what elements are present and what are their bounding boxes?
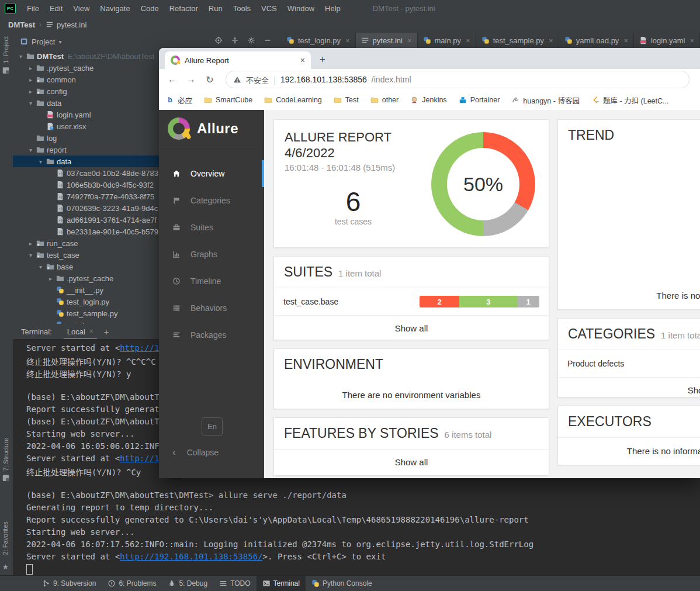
nav-item-graphs[interactable]: Graphs [159,241,264,268]
breadcrumb-file[interactable]: pytest.ini [57,20,86,29]
chevron-icon[interactable]: ▾ [36,264,45,270]
menu-item-file[interactable]: File [22,4,44,13]
close-icon[interactable]: × [549,36,553,45]
status-item-6-problems[interactable]: 6: Problems [102,576,162,591]
chevron-icon[interactable]: ▸ [26,77,35,83]
chevron-icon[interactable]: ▾ [26,252,35,258]
bookmark-[interactable]: b必应 [166,95,192,106]
tree-item-data[interactable]: ▾data [13,155,159,167]
nav-item-overview[interactable]: Overview [159,160,264,187]
status-item-terminal[interactable]: Terminal [257,576,306,591]
chevron-icon[interactable]: ▸ [46,275,55,282]
tree-item-report[interactable]: ▾report [13,144,159,155]
tree-item-ad661991-3761-4714-ae7f[interactable]: ad661991-3761-4714-ae7f [13,214,159,226]
new-tab-button[interactable]: + [314,51,331,68]
menu-item-help[interactable]: Help [320,4,346,13]
nav-item-suites[interactable]: Suites [159,214,264,241]
bookmark-portainer[interactable]: Portainer [459,96,500,104]
terminal-tab-local[interactable]: Local × [63,324,98,339]
chevron-icon[interactable]: ▾ [36,158,45,165]
nav-item-behaviors[interactable]: Behaviors [159,295,264,322]
editor-tab-test-sample-py[interactable]: test_sample.py× [476,33,559,48]
tree-item-0702639c-3223-41a9-9d4c[interactable]: 0702639c-3223-41a9-9d4c [13,202,159,214]
menu-item-navigate[interactable]: Navigate [95,4,135,13]
chevron-icon[interactable]: ▸ [26,65,35,71]
tree-item-user-xlsx[interactable]: ?user.xlsx [13,120,159,132]
tree-item-config[interactable]: ▸config [13,85,159,97]
tree-item-common[interactable]: ▸common [13,74,159,85]
toolwindow-project[interactable]: 1: Project [2,36,10,74]
status-item-9-subversion[interactable]: 9: Subversion [36,576,102,591]
nav-item-categories[interactable]: Categories [159,187,264,214]
nav-item-timeline[interactable]: Timeline [159,268,264,295]
breadcrumb-project[interactable]: DMTest [8,20,35,29]
editor-tab-login-yaml[interactable]: login.yaml× [634,33,700,48]
menu-item-vcs[interactable]: VCS [256,4,282,13]
close-icon[interactable]: × [407,36,412,45]
address-bar[interactable]: 不安全 | 192.168.101.138:53856/index.html [226,71,689,88]
chevron-icon[interactable]: ▾ [26,147,35,153]
suites-show-all[interactable]: Show all [274,315,549,340]
menu-item-run[interactable]: Run [203,4,228,13]
bookmark-jenkins[interactable]: Jenkins [410,96,446,104]
category-row[interactable]: Product defects [558,350,700,377]
chevron-down-icon[interactable]: ▾ [58,39,61,45]
bookmark-codelearning[interactable]: CodeLearning [264,96,322,104]
chevron-icon[interactable]: ▸ [26,88,35,95]
menu-item-view[interactable]: View [68,4,95,13]
chevron-icon[interactable]: ▸ [26,240,35,247]
tree-item-login-yaml[interactable]: login.yaml [13,109,159,120]
close-icon[interactable]: × [89,327,93,336]
star-icon[interactable]: ★ [2,563,9,571]
collapse-all-icon[interactable] [231,36,239,44]
close-icon[interactable]: × [300,56,305,65]
tree-item-106e5b3b-0dc9-4f5c-93f2[interactable]: 106e5b3b-0dc9-4f5c-93f2 [13,179,159,191]
tree-item-test-sample-py[interactable]: test_sample.py [13,307,159,319]
tree-item-pytest-cache[interactable]: ▸.pytest_cache [13,272,159,284]
tree-item-037cae0d-10b2-48de-8783[interactable]: 037cae0d-10b2-48de-8783 [13,167,159,179]
menu-item-refactor[interactable]: Refactor [164,4,203,13]
new-terminal-icon[interactable]: + [104,327,109,337]
project-panel-header[interactable]: Project ▾ [13,33,159,50]
menu-item-edit[interactable]: Edit [44,4,68,13]
bookmark-smartcube[interactable]: SmartCube [204,96,252,104]
locate-file-icon[interactable] [214,36,223,44]
close-icon[interactable]: × [345,36,350,45]
bookmark-other[interactable]: other [370,96,399,104]
tree-item-test-case[interactable]: ▾test_case [13,249,159,261]
close-icon[interactable]: × [623,36,628,45]
browser-tab-allure-report[interactable]: Allure Report × [165,51,311,69]
tree-item-init-py[interactable]: __init__.py [13,284,159,296]
bookmark-huangyn[interactable]: huangyn - 博客园 [511,95,580,106]
status-item-todo[interactable]: TODO [213,576,256,591]
editor-tab-main-py[interactable]: main.py× [418,33,476,48]
menu-item-window[interactable]: Window [282,4,320,13]
tree-item-dmtest[interactable]: ▾DMTestE:\aboutZF\DM\aboutTest [13,50,159,62]
nav-item-packages[interactable]: Packages [159,322,264,348]
close-icon[interactable]: × [466,36,470,45]
categories-show-all[interactable]: Show all [558,377,700,402]
gear-icon[interactable] [247,36,255,44]
toolwindow-favorites[interactable]: 2: Favorites [2,521,9,555]
tree-item-init-py[interactable]: __init__.py [13,319,159,324]
status-item-python-console[interactable]: Python Console [306,576,378,591]
tree-item-base[interactable]: ▾base [13,261,159,272]
menu-item-code[interactable]: Code [136,4,164,13]
status-donut-chart[interactable]: 50% [431,132,535,236]
features-show-all[interactable]: Show all [274,449,549,474]
editor-tab-yamlload-py[interactable]: yamlLoad.py× [559,33,634,48]
tree-item-test-login-py[interactable]: test_login.py [13,296,159,307]
terminal-link[interactable]: http://192.168.101.138:53856/ [120,552,262,561]
tree-item-data[interactable]: ▾data [13,97,159,109]
editor-tab-pytest-ini[interactable]: pytest.ini× [356,33,418,48]
tree-item-74927f0a-777e-4033-8f75[interactable]: 74927f0a-777e-4033-8f75 [13,191,159,202]
not-secure-warning-icon[interactable] [233,75,241,84]
language-button[interactable]: En [202,417,223,436]
status-item-5-debug[interactable]: 5: Debug [162,576,213,591]
menu-item-tools[interactable]: Tools [228,4,256,13]
bookmark-leetc[interactable]: 题库 - 力扣 (LeetC... [591,95,669,106]
back-icon[interactable]: ← [165,72,180,87]
tree-item-run-case[interactable]: ▸run_case [13,237,159,249]
bookmark-test[interactable]: Test [334,96,359,104]
reload-icon[interactable]: ↻ [202,72,217,87]
